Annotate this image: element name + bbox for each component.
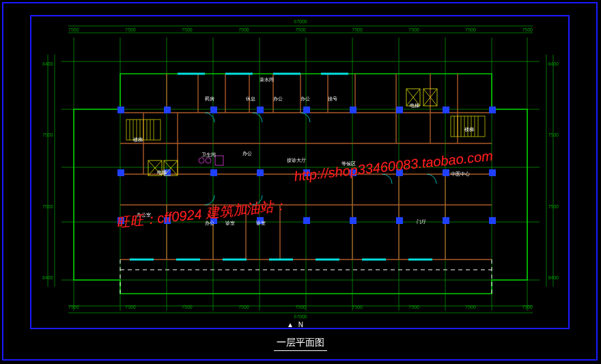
svg-rect-63 <box>210 169 217 176</box>
dim: 7500 <box>42 132 53 137</box>
dim: 7500 <box>238 27 249 41</box>
dim: 7500 <box>465 27 476 41</box>
room-label: 门厅 <box>417 219 426 225</box>
room-label: 茶水间 <box>260 76 274 83</box>
svg-rect-54 <box>210 107 217 113</box>
svg-rect-69 <box>489 169 496 176</box>
room-label: 办公 <box>300 96 310 102</box>
svg-rect-59 <box>443 107 449 113</box>
dim-col-left: 8400 7500 7500 8400 <box>42 61 53 280</box>
dim: 7500 <box>42 204 53 209</box>
room-label: 接诊大厅 <box>287 157 306 164</box>
dim: 8400 <box>42 61 53 66</box>
svg-rect-78 <box>489 217 496 224</box>
room-label: 诊室 <box>256 220 266 227</box>
dim: 7500 <box>238 305 249 318</box>
svg-rect-53 <box>164 107 171 113</box>
dim-row-top: 7500 7500 7500 7500 7500 7500 7500 7500 … <box>68 27 533 41</box>
svg-rect-52 <box>117 107 124 113</box>
svg-rect-74 <box>303 217 310 224</box>
svg-rect-60 <box>489 107 496 113</box>
dim: 7500 <box>465 305 476 318</box>
room-label: 电梯 <box>157 169 167 176</box>
svg-rect-75 <box>350 217 357 224</box>
svg-rect-55 <box>257 107 264 113</box>
dim: 8400 <box>42 275 53 280</box>
svg-rect-76 <box>396 217 403 224</box>
svg-rect-122 <box>215 156 223 165</box>
dim-row-bottom: 7500 7500 7500 7500 7500 7500 7500 7500 … <box>68 305 533 318</box>
room-label: 药房 <box>205 96 214 102</box>
dim: 7500 <box>125 305 136 318</box>
dim: 7500 <box>125 27 136 41</box>
dim: 7500 <box>68 27 79 41</box>
dim: 7500 <box>408 305 419 318</box>
dim: 7500 <box>522 305 533 318</box>
svg-rect-68 <box>443 169 449 176</box>
svg-point-121 <box>206 158 211 163</box>
svg-rect-64 <box>257 169 264 176</box>
room-label: 办公 <box>242 150 252 157</box>
svg-rect-56 <box>303 107 310 113</box>
svg-rect-65 <box>303 169 310 176</box>
room-label: 办公室 <box>137 212 151 219</box>
svg-rect-57 <box>350 107 357 113</box>
room-label: 中医中心 <box>451 171 470 178</box>
dim: 7500 <box>295 27 306 41</box>
svg-rect-66 <box>350 169 357 176</box>
drawing-title: 一层平面图 <box>274 337 327 351</box>
svg-rect-70 <box>117 217 124 224</box>
dim: 8400 <box>548 275 559 280</box>
room-label: 诊室 <box>225 220 235 227</box>
dim: 7500 <box>68 305 79 318</box>
svg-rect-71 <box>164 217 171 224</box>
svg-point-120 <box>199 158 204 163</box>
room-label: 楼梯 <box>464 126 474 133</box>
room-label: 卫生间 <box>201 152 216 158</box>
dim: 7500 <box>548 132 559 137</box>
dim: 7500 <box>548 204 559 209</box>
drawing-title-wrap: 一层平面图 <box>0 336 601 351</box>
room-label: 办公 <box>205 220 214 227</box>
room-label: 办公 <box>273 96 283 102</box>
svg-rect-67 <box>396 169 403 176</box>
dim: 7500 <box>522 27 533 41</box>
room-label: 挂号 <box>328 96 337 102</box>
dim: 7500 <box>352 27 363 41</box>
dim: 7500 <box>182 305 193 318</box>
room-label: 等候区 <box>341 160 356 167</box>
dim: 7500 <box>408 27 419 41</box>
dim-col-right: 8400 7500 7500 8400 <box>548 61 559 280</box>
dim: 7500 <box>295 305 306 318</box>
dim: 8400 <box>548 61 559 66</box>
dim-total-top: 67000 <box>0 19 601 24</box>
room-label: 电梯 <box>410 102 419 109</box>
svg-rect-58 <box>396 107 403 113</box>
room-label: 楼梯 <box>133 137 143 143</box>
dim: 7500 <box>352 305 363 318</box>
svg-rect-77 <box>443 217 449 224</box>
dim: 7500 <box>182 27 193 41</box>
room-label: 休息 <box>246 96 255 102</box>
svg-rect-61 <box>117 169 124 176</box>
north-arrow: ▲ N <box>287 321 305 328</box>
